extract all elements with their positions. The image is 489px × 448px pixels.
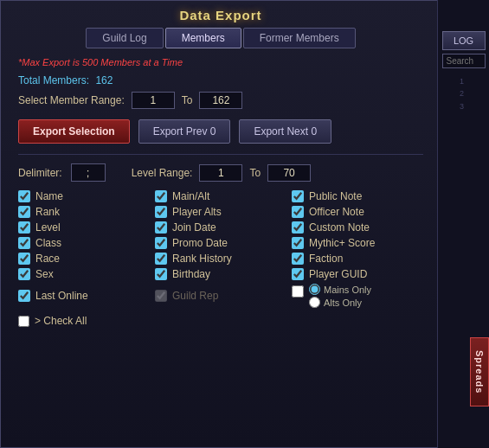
main-panel: Data Export Guild Log Members Former Mem… (0, 0, 441, 448)
checkbox-main-alt[interactable] (155, 190, 167, 202)
checkbox-level[interactable] (18, 221, 30, 234)
mains-alts-checkbox[interactable] (292, 285, 304, 298)
tab-former-members[interactable]: Former Members (243, 28, 356, 48)
check-sex: Sex (18, 268, 150, 280)
export-next-button[interactable]: Export Next 0 (239, 119, 331, 144)
select-range-label: Select Member Range: (18, 94, 125, 106)
checkbox-race[interactable] (18, 253, 30, 265)
label-player-guid[interactable]: Player GUID (309, 268, 367, 280)
delimiter-label: Delimiter: (18, 167, 62, 179)
dialog-title: Data Export (1, 1, 441, 28)
label-sex[interactable]: Sex (35, 268, 54, 280)
checkboxes-grid: Name Main/Alt Public Note Rank Player Al… (1, 187, 441, 311)
spreads-button[interactable]: Spreads (470, 337, 489, 406)
checkbox-last-online[interactable] (18, 290, 30, 302)
warning-message: *Max Export is 500 Members at a Time (1, 55, 441, 73)
check-player-guid: Player GUID (292, 268, 423, 280)
divider-1 (18, 154, 423, 155)
check-rank-history: Rank History (155, 253, 286, 265)
check-main-alt: Main/Alt (155, 190, 286, 202)
mains-alts-radios: Mains Only Alts Only (309, 284, 371, 308)
grid-num-1: 1 (460, 75, 464, 87)
alts-only-radio[interactable] (309, 297, 320, 308)
range-from-input[interactable] (132, 92, 175, 109)
check-class: Class (18, 237, 150, 249)
grid-num-3: 3 (460, 100, 464, 112)
delimiter-input[interactable] (71, 163, 106, 182)
check-all-checkbox[interactable] (18, 316, 29, 327)
alts-only-radio-item: Alts Only (309, 297, 371, 308)
check-player-alts: Player Alts (155, 206, 286, 218)
check-all-row: > Check All (1, 311, 441, 330)
check-race: Race (18, 253, 150, 265)
checkbox-faction[interactable] (292, 253, 304, 265)
tab-guild-log[interactable]: Guild Log (86, 28, 163, 48)
total-members-label: Total Members: (18, 74, 89, 86)
grid-num-2: 2 (460, 87, 464, 99)
label-public-note[interactable]: Public Note (309, 190, 362, 202)
to-label-2: To (249, 167, 261, 179)
label-join-date[interactable]: Join Date (172, 221, 216, 234)
search-input[interactable] (442, 54, 486, 68)
label-level[interactable]: Level (35, 221, 61, 234)
mains-only-label[interactable]: Mains Only (324, 285, 371, 295)
label-race[interactable]: Race (35, 253, 60, 265)
label-promo-date[interactable]: Promo Date (172, 237, 228, 249)
label-class[interactable]: Class (35, 237, 61, 249)
check-officer-note: Officer Note (292, 206, 423, 218)
alts-only-label[interactable]: Alts Only (324, 298, 362, 308)
level-to-input[interactable] (267, 164, 311, 182)
export-selection-button[interactable]: Export Selection (18, 119, 130, 144)
range-to-input[interactable] (199, 92, 242, 109)
label-rank-history[interactable]: Rank History (172, 253, 232, 265)
check-last-online: Last Online (18, 284, 150, 308)
checkbox-rank[interactable] (18, 206, 30, 218)
label-mythic-score[interactable]: Mythic+ Score (309, 237, 375, 249)
total-members-row: Total Members: 162 (1, 73, 441, 88)
checkbox-sex[interactable] (18, 268, 30, 280)
level-range-label: Level Range: (132, 167, 193, 179)
checkbox-rank-history[interactable] (155, 253, 167, 265)
label-birthday[interactable]: Birthday (172, 268, 210, 280)
to-label-1: To (182, 94, 193, 106)
tab-members[interactable]: Members (165, 28, 241, 48)
level-from-input[interactable] (199, 164, 242, 182)
checkbox-promo-date[interactable] (155, 237, 167, 249)
checkbox-custom-note[interactable] (292, 221, 304, 234)
grid-numbers: 1 2 3 (460, 75, 467, 112)
checkbox-public-note[interactable] (292, 190, 304, 202)
checkbox-player-guid[interactable] (292, 268, 304, 280)
checkbox-guild-rep[interactable] (155, 290, 167, 302)
label-custom-note[interactable]: Custom Note (309, 221, 370, 234)
check-promo-date: Promo Date (155, 237, 286, 249)
label-name[interactable]: Name (35, 190, 63, 202)
label-guild-rep: Guild Rep (172, 290, 218, 302)
label-rank[interactable]: Rank (35, 206, 60, 218)
check-level: Level (18, 221, 150, 234)
checkbox-class[interactable] (18, 237, 30, 249)
tab-bar: Guild Log Members Former Members (1, 28, 441, 55)
label-main-alt[interactable]: Main/Alt (172, 190, 209, 202)
level-range-group: Level Range: To (132, 164, 311, 182)
check-guild-rep: Guild Rep (155, 284, 286, 308)
checkbox-mythic-score[interactable] (292, 237, 304, 249)
label-last-online[interactable]: Last Online (35, 290, 88, 302)
checkbox-birthday[interactable] (155, 268, 167, 280)
mains-only-radio[interactable] (309, 284, 320, 295)
export-prev-button[interactable]: Export Prev 0 (138, 119, 231, 144)
delimiter-level-row: Delimiter: Level Range: To (1, 158, 441, 187)
check-join-date: Join Date (155, 221, 286, 234)
check-all-label[interactable]: > Check All (35, 315, 87, 327)
log-button[interactable]: LOG (442, 31, 486, 50)
mains-only-radio-item: Mains Only (309, 284, 371, 295)
checkbox-player-alts[interactable] (155, 206, 167, 218)
checkbox-join-date[interactable] (155, 221, 167, 234)
label-player-alts[interactable]: Player Alts (172, 206, 222, 218)
check-rank: Rank (18, 206, 150, 218)
check-faction: Faction (292, 253, 423, 265)
label-officer-note[interactable]: Officer Note (309, 206, 364, 218)
member-range-row: Select Member Range: To (1, 88, 441, 112)
checkbox-name[interactable] (18, 190, 30, 202)
label-faction[interactable]: Faction (309, 253, 343, 265)
checkbox-officer-note[interactable] (292, 206, 304, 218)
